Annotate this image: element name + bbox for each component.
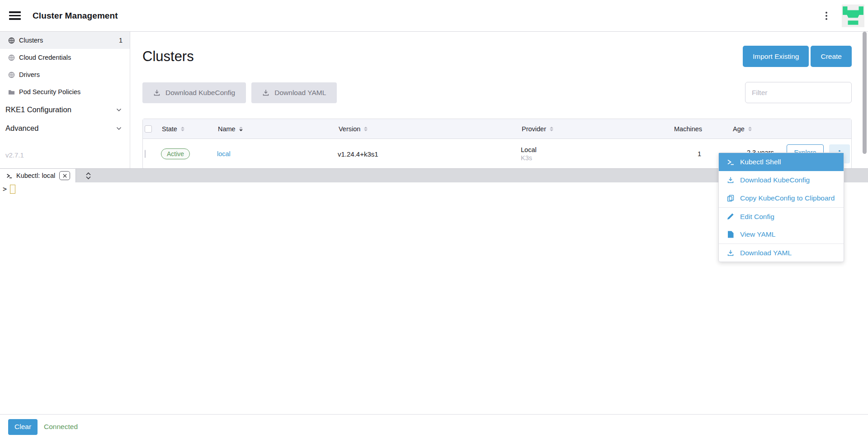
sidebar-group-advanced[interactable]: Advanced — [0, 119, 130, 138]
sidebar-item-cloud-credentials[interactable]: Cloud Credentials — [0, 49, 130, 66]
sidebar-item-pod-security-policies[interactable]: Pod Security Policies — [0, 83, 130, 100]
sidebar-item-label: Clusters — [19, 37, 43, 44]
page-title: Clusters — [142, 48, 194, 65]
connection-status: Connected — [44, 423, 78, 431]
pencil-icon — [726, 213, 734, 220]
menu-item-download-yaml[interactable]: Download YAML — [719, 243, 844, 262]
sort-icon — [748, 127, 752, 131]
download-icon — [262, 89, 269, 96]
drawer-resize-handle[interactable] — [85, 171, 92, 181]
globe-icon — [8, 54, 15, 61]
file-icon — [726, 231, 734, 238]
column-header-age[interactable]: Age — [727, 125, 786, 133]
sidebar-group-label: Advanced — [5, 124, 38, 133]
menu-item-kubectl-shell[interactable]: Kubectl Shell — [719, 153, 844, 171]
sort-icon — [364, 127, 368, 131]
menu-toggle-button[interactable] — [7, 10, 23, 22]
table-header-row: State Name Version Provider Machines Age — [143, 119, 851, 139]
sidebar-item-clusters[interactable]: Clusters 1 — [0, 32, 130, 49]
sort-icon — [181, 127, 184, 131]
column-header-name[interactable]: Name — [217, 125, 338, 133]
close-icon — [63, 174, 67, 178]
copy-icon — [726, 195, 734, 202]
rancher-logo — [842, 5, 864, 27]
chevron-down-icon — [116, 127, 122, 130]
select-all-checkbox[interactable] — [145, 125, 152, 133]
column-header-state[interactable]: State — [161, 125, 217, 133]
folder-icon — [8, 89, 15, 95]
download-kubeconfig-button[interactable]: Download KubeConfig — [142, 82, 246, 103]
app-title: Cluster Management — [33, 11, 118, 21]
cluster-name-link[interactable]: local — [217, 150, 231, 157]
download-yaml-button[interactable]: Download YAML — [251, 82, 337, 103]
clear-button[interactable]: Clear — [8, 419, 38, 435]
cluster-version: v1.24.4+k3s1 — [338, 150, 521, 158]
download-icon — [153, 89, 160, 96]
status-badge: Active — [161, 148, 190, 159]
chevron-down-icon — [116, 108, 122, 112]
version-label: v2.7.1 — [5, 151, 24, 159]
sidebar-item-label: Cloud Credentials — [19, 54, 71, 61]
terminal-cursor — [10, 185, 15, 194]
terminal-prompt: > — [3, 185, 7, 193]
globe-icon — [8, 72, 15, 78]
column-header-version[interactable]: Version — [338, 125, 521, 133]
sidebar-group-label: RKE1 Configuration — [5, 105, 71, 114]
app-header: Cluster Management — [0, 0, 868, 32]
import-existing-button[interactable]: Import Existing — [743, 46, 809, 67]
menu-item-download-kubeconfig[interactable]: Download KubeConfig — [719, 171, 844, 189]
kubectl-tab[interactable]: Kubectl: local — [0, 169, 76, 182]
header-kebab-menu-button[interactable] — [823, 9, 830, 23]
kubectl-tab-label: Kubectl: local — [16, 172, 55, 179]
sort-icon — [239, 127, 243, 131]
sidebar-group-rke1-configuration[interactable]: RKE1 Configuration — [0, 100, 130, 119]
cluster-provider: Local K3s — [521, 146, 673, 162]
header-right — [823, 5, 868, 27]
sidebar-item-count: 1 — [119, 37, 123, 44]
column-header-machines: Machines — [673, 125, 727, 133]
menu-item-edit-config[interactable]: Edit Config — [719, 207, 844, 225]
globe-icon — [8, 37, 15, 44]
terminal-status-bar: Clear Connected — [0, 414, 868, 439]
vertical-scrollbar[interactable] — [863, 32, 867, 154]
download-icon — [726, 249, 734, 257]
download-icon — [726, 177, 734, 184]
menu-item-copy-kubeconfig[interactable]: Copy KubeConfig to Clipboard — [719, 189, 844, 207]
sidebar-item-drivers[interactable]: Drivers — [0, 66, 130, 83]
terminal-icon — [726, 158, 734, 166]
row-checkbox[interactable] — [145, 150, 146, 158]
terminal-icon — [6, 173, 12, 179]
menu-item-view-yaml[interactable]: View YAML — [719, 225, 844, 243]
sidebar-item-label: Drivers — [19, 71, 40, 78]
filter-input[interactable] — [745, 82, 852, 103]
row-actions-menu: Kubectl Shell Download KubeConfig Copy K… — [718, 153, 844, 262]
create-button[interactable]: Create — [811, 46, 852, 67]
column-header-provider[interactable]: Provider — [521, 125, 673, 133]
sidebar-item-label: Pod Security Policies — [19, 88, 80, 95]
sort-icon — [550, 127, 553, 131]
close-tab-button[interactable] — [59, 171, 70, 180]
